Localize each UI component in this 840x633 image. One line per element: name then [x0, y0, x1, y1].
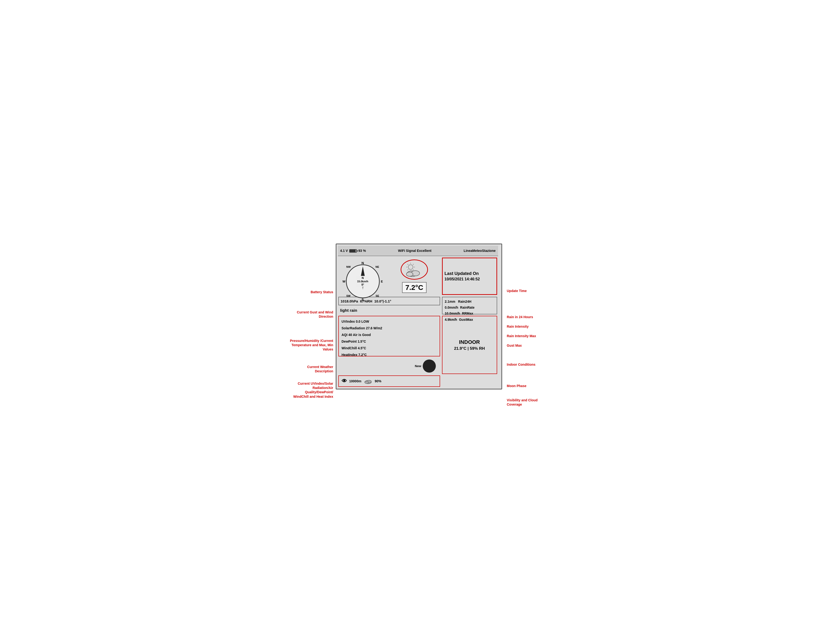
- battery-icon: [349, 249, 357, 253]
- cloud-coverage: 90%: [375, 379, 381, 383]
- weather-description: light rain: [338, 306, 441, 315]
- svg-line-8: [407, 269, 408, 270]
- heatindex-row: HeatIndex 7.2°C: [342, 351, 437, 358]
- current-gust-annotation: Current Gust and Wind Direction: [289, 310, 333, 319]
- compass-arrow-north: [361, 266, 365, 276]
- extra-cell: [441, 375, 498, 387]
- compass-nw: NW: [346, 265, 351, 268]
- pressure-humidity-annotation: Pressure/Humidity /Current Temperature a…: [289, 339, 333, 352]
- windchill-row: WindChill 4.5°C: [342, 345, 437, 351]
- visibility-annotation: Visibility and Cloud Coverage: [507, 398, 551, 406]
- uv-index-annotation: Current UVIndex/Solar Radiation/Air Qual…: [289, 381, 333, 399]
- compass-se: SE: [376, 294, 379, 297]
- last-updated-datetime: 10/05/2021 14:46:52: [445, 277, 494, 281]
- weather-desc-text: light rain: [340, 308, 357, 313]
- svg-point-0: [408, 265, 413, 269]
- indoor-section: INDOOR 21.9°C | 59% RH: [442, 316, 497, 374]
- rain24h-annotation: Rain in 24 Hours: [507, 315, 551, 319]
- rain24h-row: 2.1mm Rain24H: [445, 299, 494, 305]
- svg-point-14: [365, 381, 368, 384]
- compass-speed: 15.0km/h: [357, 280, 368, 283]
- last-updated-section: Last Updated On 10/05/2021 14:46:52: [442, 258, 497, 295]
- svg-line-5: [407, 264, 408, 265]
- visibility-distance: 10000m: [349, 379, 362, 383]
- battery-info: 4.1 V 93 %: [340, 249, 366, 253]
- compass-deg: 0°: [362, 283, 364, 286]
- gust-max-annotation: Gust Max: [507, 343, 551, 348]
- moon-label: New: [415, 364, 421, 368]
- compass-n: N: [362, 261, 364, 265]
- aqi-row: AQI 40 Air is Good: [342, 331, 437, 338]
- temperature-display: 7.2°C: [402, 282, 426, 293]
- moon-section: New: [338, 357, 441, 375]
- rainrate-label: RainRate: [460, 305, 475, 309]
- update-time-annotation: Update Time: [507, 289, 551, 293]
- rrmax-label: RRMax: [462, 312, 473, 315]
- compass-ne: NE: [376, 265, 379, 268]
- indoor-annotation: Indoor Conditions: [507, 362, 551, 367]
- cloud-icon: [364, 378, 372, 384]
- battery-status-annotation: Battery Status: [289, 290, 333, 294]
- moon-circle: [423, 359, 436, 373]
- indoor-title: INDOOR: [459, 339, 480, 345]
- rain24h-label: Rain24H: [458, 300, 472, 304]
- wifi-status: WiFi Signal Excellent: [398, 249, 431, 253]
- uv-solar-section: UVIndex 0.0 LOW SolarRadiation 27.6 W/m2…: [338, 316, 440, 356]
- svg-point-11: [406, 272, 413, 276]
- rain24h-value: 2.1mm: [445, 300, 455, 304]
- last-updated-title: Last Updated On: [445, 271, 494, 276]
- battery-voltage: 4.1 V: [340, 249, 348, 253]
- visibility-section: 👁 10000m 90%: [338, 375, 440, 387]
- compass-inner: N 15.0km/h 0°: [356, 276, 369, 287]
- svg-line-7: [413, 264, 414, 265]
- rain-intensity-annotation: Rain Intensity: [507, 324, 551, 329]
- rrmax-value: 10.0mm/h: [445, 312, 460, 315]
- rain-intensity-max-annotation: Rain Intensity Max: [507, 334, 551, 338]
- dewpoint-row: DewPoint 1.5°C: [342, 338, 437, 345]
- compass-w: W: [343, 279, 346, 283]
- compass-sw: SW: [346, 294, 351, 297]
- brand-name: LineaMeteoStazione: [464, 249, 496, 253]
- status-bar: 4.1 V 93 % WiFi Signal Excellent LineaMe…: [338, 246, 498, 256]
- sun-cloud-svg: [403, 262, 426, 277]
- compass-inner-label: N: [362, 276, 364, 280]
- device-screen: 4.1 V 93 % WiFi Signal Excellent LineaMe…: [336, 244, 502, 389]
- solar-radiation-row: SolarRadiation 27.6 W/m2: [342, 325, 437, 331]
- temperature-value: 7.2°C: [405, 283, 423, 291]
- rain-data-section: 2.1mm Rain24H 0.0mm/h RainRate 10.0mm/h …: [442, 297, 497, 314]
- compass-section: N S E W NE NW SE SW N 15.0km/h 0°: [338, 257, 388, 306]
- battery-pct: 93 %: [358, 249, 366, 253]
- rainrate-value: 0.0mm/h: [445, 305, 458, 309]
- compass-e: E: [381, 279, 383, 283]
- weather-icon-oval: [401, 260, 428, 280]
- eye-icon: 👁: [342, 378, 347, 384]
- uv-index-row: UVIndex 0.0 LOW: [342, 318, 437, 325]
- temp-min: -1.1°: [384, 299, 392, 303]
- indoor-values: 21.9°C | 59% RH: [454, 346, 485, 351]
- moon-annotation: Moon Phase: [507, 384, 551, 388]
- rainrate-row: 0.0mm/h RainRate: [445, 305, 494, 310]
- compass-s: S: [362, 298, 364, 302]
- weather-center: 7.2°C: [388, 257, 441, 296]
- weather-desc-annotation: Current Weather Description: [289, 365, 333, 373]
- svg-line-6: [413, 269, 414, 270]
